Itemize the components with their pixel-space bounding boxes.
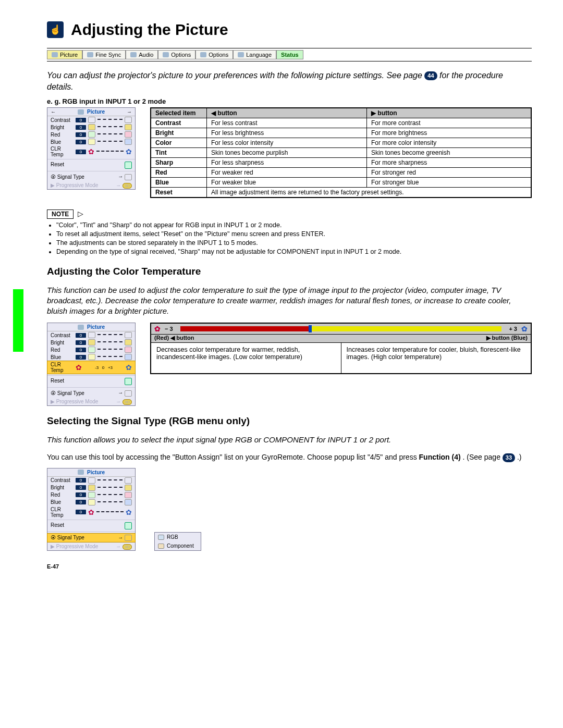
- picture-icon: [78, 109, 84, 115]
- options-icon: [200, 52, 206, 57]
- note-item: The adjustments can be stored separately…: [56, 239, 532, 248]
- reset-icon[interactable]: [125, 162, 132, 169]
- section-desc: This function allows you to select the i…: [47, 435, 532, 445]
- table-row: Tint: [151, 148, 207, 158]
- flower-blue-icon: ✿: [126, 147, 132, 156]
- picture-icon: [52, 52, 58, 57]
- osd-title: Picture: [87, 109, 105, 115]
- note-label: NOTE: [47, 209, 74, 219]
- color-temp-header: ✿ − 3 + 3 ✿: [150, 323, 532, 335]
- menu-tab-bar: Picture Fine Sync Audio Options Options …: [47, 48, 532, 61]
- popup-option-component[interactable]: Component: [155, 541, 201, 550]
- osd-row-contrast[interactable]: Contrast: [51, 117, 74, 123]
- osd-panel-signal: Picture Contrast0 Bright0 Red0 Blue0 CLR…: [47, 468, 136, 551]
- osd-panel-clrtemp: Picture Contrast0 Bright0 Red0 Blue0 CLR…: [47, 323, 136, 405]
- color-temp-bar: [180, 326, 502, 331]
- tab-options-1[interactable]: Options: [158, 50, 195, 59]
- osd-signal-highlighted[interactable]: ⦿ Signal Type→: [47, 533, 136, 542]
- table-header-right: ▶ button: [367, 108, 532, 118]
- osd-row-bright[interactable]: Bright: [51, 125, 74, 130]
- flower-red-icon: ✿: [88, 147, 94, 156]
- temp-sub-right: ▶ button (Blue): [486, 335, 528, 341]
- options-icon: [163, 52, 169, 57]
- notes-list: "Color", "Tint" and "Sharp" do not appea…: [47, 221, 532, 256]
- adjustment-table: Selected item ◀ button ▶ button Contrast…: [150, 107, 532, 198]
- tab-options-2[interactable]: Options: [195, 50, 233, 59]
- flower-blue-icon: ✿: [521, 325, 528, 333]
- nav-right-icon[interactable]: →: [127, 109, 132, 115]
- table-row: Sharp: [151, 158, 207, 168]
- audio-icon: [130, 52, 137, 57]
- flower-red-icon: ✿: [154, 325, 161, 333]
- side-tab: [13, 289, 23, 352]
- osd-progressive: Progressive Mode: [56, 182, 99, 188]
- sync-icon: [87, 52, 93, 57]
- osd-panel-picture: ← Picture → Contrast0 Bright0 Red0 Blue0…: [47, 107, 136, 189]
- section-color-temp: Adjusting the Color Temperature: [47, 266, 532, 277]
- table-row: Color: [151, 138, 207, 148]
- picture-icon: [78, 325, 84, 330]
- section-signal-type: Selecting the Signal Type (RGB menu only…: [47, 415, 532, 427]
- popup-option-rgb[interactable]: RGB: [155, 533, 201, 541]
- page-reference: 44: [424, 71, 437, 80]
- osd-row-red[interactable]: Red: [51, 132, 74, 138]
- note-item: "Color", "Tint" and "Sharp" do not appea…: [56, 221, 532, 230]
- note-item: Depending on the type of signal received…: [56, 248, 532, 256]
- tab-language[interactable]: Language: [233, 50, 276, 59]
- signal-type-popup: RGB Component: [154, 532, 201, 551]
- osd-row-clrtemp-highlighted[interactable]: CLR Temp✿-3 0 +3✿: [47, 361, 136, 374]
- table-row: Reset: [151, 188, 207, 198]
- note-arrow-icon: ▷: [78, 209, 83, 218]
- osd-row-clrtemp[interactable]: CLR Temp: [51, 146, 74, 157]
- osd-reset[interactable]: Reset: [51, 162, 64, 169]
- hand-press-icon: ☝: [47, 21, 64, 38]
- temp-sub-left: (Red) ◀ button: [154, 335, 482, 341]
- osd-row-blue[interactable]: Blue: [51, 139, 74, 145]
- intro-text: You can adjust the projector's picture t…: [47, 70, 532, 92]
- tab-picture[interactable]: Picture: [47, 50, 82, 59]
- page-title: ☝ Adjusting the Picture: [47, 21, 532, 39]
- temp-desc-left: Decreases color temperature for warmer, …: [151, 343, 341, 373]
- picture-icon: [78, 470, 84, 475]
- nav-left-icon[interactable]: ←: [51, 109, 56, 115]
- page-number: E-47: [47, 563, 532, 570]
- signal-body: You can use this tool by accessing the "…: [47, 452, 532, 463]
- osd-signal-type[interactable]: Signal Type: [57, 174, 84, 180]
- tab-audio[interactable]: Audio: [126, 50, 158, 59]
- table-row: Blue: [151, 178, 207, 188]
- table-row: Bright: [151, 128, 207, 138]
- section-desc: This function can be used to adjust the …: [47, 285, 532, 317]
- example-label: e. g. RGB input in INPUT 1 or 2 mode: [47, 97, 532, 105]
- table-row: Contrast: [151, 118, 207, 128]
- tab-fine-sync[interactable]: Fine Sync: [82, 50, 126, 59]
- table-row: Red: [151, 168, 207, 178]
- table-header-item: Selected item: [151, 108, 207, 118]
- temp-desc-right: Increases color temperature for cooler, …: [341, 343, 531, 373]
- language-icon: [238, 52, 244, 57]
- table-header-left: ◀ button: [207, 108, 367, 118]
- page-reference: 33: [503, 453, 515, 462]
- note-item: To reset all adjustment items, select "R…: [56, 230, 532, 239]
- color-temp-body: Decreases color temperature for warmer, …: [150, 343, 532, 374]
- tab-status[interactable]: Status: [276, 50, 303, 59]
